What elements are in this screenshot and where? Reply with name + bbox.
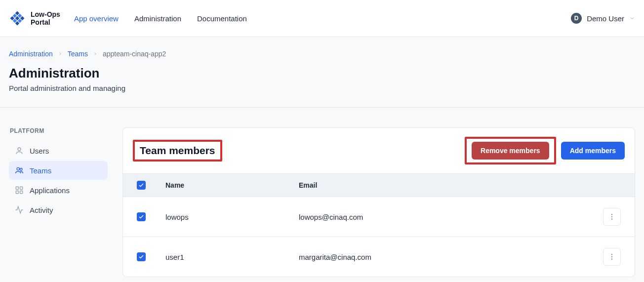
activity-icon [15, 205, 24, 214]
sidebar-item-label: Applications [30, 186, 70, 195]
svg-rect-0 [15, 11, 19, 15]
svg-point-19 [611, 254, 612, 255]
svg-rect-4 [15, 16, 19, 20]
breadcrumb-current: appteam-cinaq-app2 [103, 50, 166, 58]
avatar: D [571, 13, 582, 24]
sidebar-heading: PLATFORM [9, 127, 108, 134]
sidebar-item-label: Teams [30, 166, 51, 175]
sidebar: PLATFORM Users Teams Applications Activi… [9, 127, 108, 277]
svg-rect-8 [15, 21, 19, 25]
svg-rect-12 [16, 187, 18, 189]
breadcrumb: Administration Teams appteam-cinaq-app2 [9, 50, 635, 58]
page-header: Administration Teams appteam-cinaq-app2 … [0, 37, 644, 108]
svg-rect-13 [20, 187, 23, 189]
table-row: lowops lowops@cinaq.com [123, 197, 635, 237]
nav-documentation[interactable]: Documentation [197, 14, 247, 23]
team-members-card: Team members Remove members Add members … [122, 127, 635, 277]
svg-point-11 [20, 168, 23, 171]
svg-rect-15 [20, 191, 23, 194]
logo[interactable]: Low-Ops Portal [9, 10, 60, 27]
main: Team members Remove members Add members … [122, 127, 635, 277]
user-name: Demo User [587, 14, 624, 23]
svg-point-21 [611, 259, 612, 260]
chevron-down-icon [629, 15, 635, 21]
nav-app-overview[interactable]: App overview [74, 14, 119, 23]
page-subtitle: Portal administration and managing [9, 84, 635, 92]
svg-point-16 [611, 214, 612, 215]
breadcrumb-teams[interactable]: Teams [68, 50, 88, 58]
card-head: Team members Remove members Add members [123, 128, 635, 173]
user-menu[interactable]: D Demo User [571, 13, 635, 24]
row-checkbox[interactable] [137, 212, 146, 221]
sidebar-item-label: Users [30, 147, 49, 155]
remove-highlight: Remove members [465, 137, 556, 164]
row-email: lowops@cinaq.com [299, 213, 591, 221]
svg-point-10 [17, 167, 19, 170]
add-members-button[interactable]: Add members [561, 142, 625, 160]
sidebar-item-users[interactable]: Users [9, 141, 108, 160]
row-name: user1 [165, 253, 299, 261]
remove-members-button[interactable]: Remove members [472, 142, 549, 160]
logo-icon [9, 10, 26, 27]
col-header-email: Email [299, 181, 591, 189]
breadcrumb-administration[interactable]: Administration [9, 50, 53, 58]
row-actions-button[interactable] [603, 248, 621, 266]
row-actions-button[interactable] [603, 208, 621, 226]
users-icon [15, 166, 24, 175]
nav-administration[interactable]: Administration [134, 14, 181, 23]
row-email: margarita@cinaq.com [299, 253, 591, 261]
sidebar-item-applications[interactable]: Applications [9, 181, 108, 200]
svg-rect-14 [16, 191, 18, 194]
row-name: lowops [165, 213, 299, 221]
svg-rect-5 [18, 19, 22, 23]
svg-rect-1 [18, 14, 22, 18]
chevron-right-icon [93, 51, 98, 56]
svg-rect-3 [13, 14, 17, 18]
svg-point-17 [611, 216, 612, 217]
svg-rect-6 [10, 16, 14, 20]
title-highlight: Team members [133, 140, 222, 161]
header: Low-Ops Portal App overview Administrati… [0, 0, 644, 37]
sidebar-item-activity[interactable]: Activity [9, 201, 108, 219]
more-vertical-icon [608, 213, 616, 221]
apps-icon [15, 186, 24, 195]
col-header-name: Name [165, 181, 299, 189]
user-icon [15, 146, 24, 155]
more-vertical-icon [608, 253, 616, 261]
svg-rect-2 [20, 16, 24, 20]
sidebar-item-label: Activity [30, 206, 53, 214]
chevron-right-icon [58, 51, 63, 56]
svg-point-9 [18, 148, 21, 151]
svg-rect-7 [13, 19, 17, 23]
svg-point-18 [611, 219, 612, 220]
table-row: user1 margarita@cinaq.com [123, 237, 635, 277]
content: PLATFORM Users Teams Applications Activi… [0, 108, 644, 282]
row-checkbox[interactable] [137, 252, 146, 261]
table-header: Name Email [123, 173, 635, 197]
svg-point-20 [611, 256, 612, 257]
page-title: Administration [9, 66, 635, 81]
sidebar-item-teams[interactable]: Teams [9, 161, 108, 180]
main-nav: App overview Administration Documentatio… [74, 14, 247, 23]
select-all-checkbox[interactable] [137, 181, 146, 190]
logo-text: Low-Ops Portal [31, 10, 60, 26]
card-title: Team members [140, 145, 215, 157]
